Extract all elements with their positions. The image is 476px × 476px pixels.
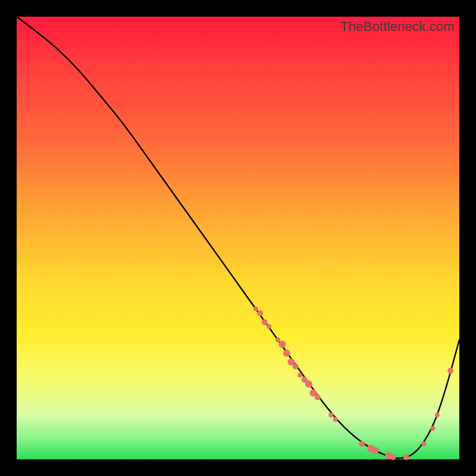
chart-container: TheBottleneck.com	[17, 17, 459, 459]
curve-marker	[315, 394, 321, 400]
curve-marker	[422, 441, 427, 446]
curve-marker	[253, 306, 258, 311]
curve-marker	[359, 441, 365, 447]
bottleneck-curve	[17, 17, 459, 458]
curve-marker	[278, 341, 286, 348]
curve-marker	[390, 454, 396, 460]
curve-marker	[435, 413, 440, 418]
curve-markers-group	[253, 306, 453, 460]
curve-marker	[262, 319, 268, 325]
curve-marker	[333, 417, 338, 422]
curve-marker	[283, 349, 290, 356]
curve-marker	[275, 337, 280, 342]
curve-marker	[403, 454, 409, 460]
curve-marker	[372, 447, 379, 454]
curve-marker	[328, 413, 333, 418]
curve-marker	[257, 311, 263, 317]
curve-svg	[17, 17, 459, 459]
curve-marker	[298, 373, 302, 378]
curve-marker	[447, 368, 453, 374]
curve-marker	[305, 381, 312, 388]
curve-marker	[267, 324, 271, 329]
curve-marker	[293, 364, 299, 369]
curve-marker	[430, 426, 435, 431]
